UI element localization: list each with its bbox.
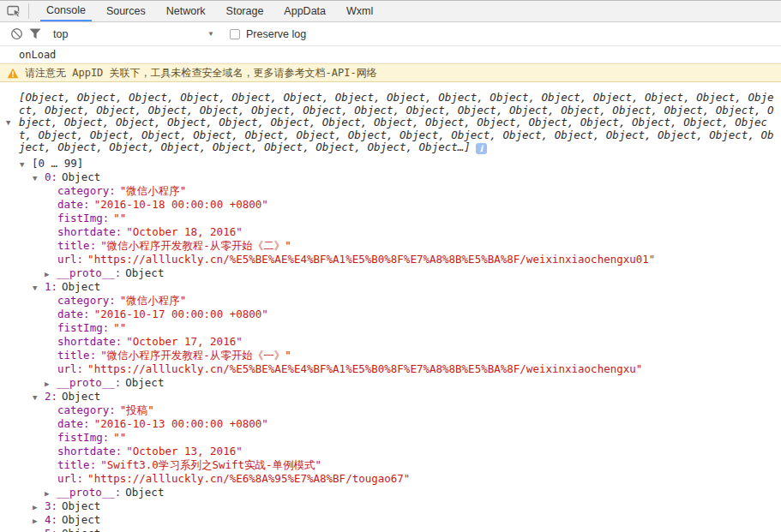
collapse-arrow-icon[interactable]: ▼ xyxy=(33,391,45,404)
proto-row[interactable]: ▶__proto__:Object xyxy=(0,376,781,390)
console-warning-row: 请注意无 AppID 关联下，工具未检查安全域名，更多请参考文档-API-网络 xyxy=(0,63,781,82)
proto-row[interactable]: ▶__proto__:Object xyxy=(0,486,781,499)
property-key: date: xyxy=(57,308,90,320)
tab-appdata[interactable]: AppData xyxy=(278,1,332,21)
property-row: date:"2016-10-17 00:00:00 +0800" xyxy=(0,308,781,321)
property-value: "October 17, 2016" xyxy=(126,335,242,348)
property-key: date: xyxy=(57,198,90,211)
proto-type: Object xyxy=(125,266,164,279)
proto-key: __proto__: xyxy=(57,486,121,499)
item-type: Object xyxy=(62,513,100,526)
proto-row[interactable]: ▶__proto__:Object xyxy=(0,266,781,280)
property-row: shortdate:"October 13, 2016" xyxy=(0,445,781,458)
filter-icon[interactable] xyxy=(26,27,45,42)
preserve-log-checkbox[interactable] xyxy=(230,29,240,39)
tab-wxml[interactable]: Wxml xyxy=(340,1,379,21)
collapse-arrow-icon[interactable]: ▼ xyxy=(33,171,45,185)
info-icon: i xyxy=(476,143,487,154)
property-row: shortdate:"October 18, 2016" xyxy=(0,225,781,239)
clear-console-icon[interactable] xyxy=(7,27,26,42)
property-row: shortdate:"October 17, 2016" xyxy=(0,335,781,349)
property-key: category: xyxy=(57,403,116,416)
property-row: title:"Swift3.0学习系列之Swift实战-单例模式" xyxy=(0,458,781,472)
expand-arrow-icon[interactable]: ▼ xyxy=(6,117,10,129)
item-index: 3: xyxy=(45,499,57,512)
expand-arrow-icon[interactable]: ▶ xyxy=(33,528,45,532)
property-key: shortdate: xyxy=(57,445,122,457)
property-value: "October 13, 2016" xyxy=(126,445,242,457)
property-key: fistImg: xyxy=(57,212,109,224)
property-value: "微信小程序" xyxy=(120,184,187,197)
property-row: fistImg:"" xyxy=(0,321,781,335)
proto-key: __proto__: xyxy=(57,376,121,389)
expand-arrow-icon[interactable]: ▶ xyxy=(45,487,57,500)
property-row: category:"微信小程序" xyxy=(0,294,781,308)
property-value: "https://allluckly.cn/%E5%BE%AE%E4%BF%A1… xyxy=(87,253,655,266)
proto-type: Object xyxy=(125,376,164,389)
item-type: Object xyxy=(62,280,100,293)
array-item-header[interactable]: ▶4:Object xyxy=(0,513,781,527)
warning-icon xyxy=(7,68,19,79)
expand-arrow-icon[interactable]: ▶ xyxy=(45,267,57,281)
property-row: url:"https://allluckly.cn/%E5%BE%AE%E4%B… xyxy=(0,362,781,376)
property-key: shortdate: xyxy=(57,335,122,348)
property-row: title:"微信小程序开发教程-从零开始《二》" xyxy=(0,239,781,253)
property-key: title: xyxy=(57,458,96,471)
item-index: 4: xyxy=(45,513,57,526)
property-key: fistImg: xyxy=(57,321,109,334)
item-type: Object xyxy=(62,170,100,183)
tab-list: Console Sources Network Storage AppData … xyxy=(36,1,383,21)
property-value: "" xyxy=(113,321,126,334)
array-preview-text: [Object, Object, Object, Object, Object,… xyxy=(19,91,774,153)
item-index: 5: xyxy=(45,527,57,532)
item-type: Object xyxy=(62,499,100,512)
property-key: category: xyxy=(57,184,116,197)
property-row: fistImg:"" xyxy=(0,212,781,225)
property-row: fistImg:"" xyxy=(0,431,781,445)
array-item-header[interactable]: ▶5:Object xyxy=(0,527,781,532)
item-index: 1: xyxy=(45,280,57,293)
array-item-header[interactable]: ▶3:Object xyxy=(0,499,781,513)
array-item-header[interactable]: ▼2:Object xyxy=(0,390,781,403)
expand-arrow-icon[interactable]: ▶ xyxy=(33,514,45,528)
property-key: date: xyxy=(57,417,90,430)
collapse-arrow-icon[interactable]: ▼ xyxy=(33,281,45,295)
property-value: "https://allluckly.cn/%E6%8A%95%E7%A8%BF… xyxy=(87,472,410,485)
console-toolbar: top ▼ Preserve log xyxy=(0,22,781,46)
property-value: "" xyxy=(113,212,126,224)
property-row: url:"https://allluckly.cn/%E6%8A%95%E7%A… xyxy=(0,472,781,486)
object-tree: ▼[0 … 99] ▼0:Object category:"微信小程序" dat… xyxy=(0,157,781,532)
execution-context-selector[interactable]: top ▼ xyxy=(53,28,214,40)
array-item-header[interactable]: ▼1:Object xyxy=(0,280,781,294)
property-value: "微信小程序开发教程-从零开始《二》" xyxy=(100,239,291,252)
property-row: date:"2016-10-18 00:00:00 +0800" xyxy=(0,198,781,212)
property-value: "October 18, 2016" xyxy=(126,225,242,238)
property-row: title:"微信小程序开发教程-从零开始《一》" xyxy=(0,349,781,362)
property-key: title: xyxy=(57,349,96,362)
array-item-header[interactable]: ▼0:Object xyxy=(0,170,781,184)
preserve-log-label[interactable]: Preserve log xyxy=(246,28,306,40)
array-range-label: [0 … 99] xyxy=(32,157,83,170)
array-preview: ▼ [Object, Object, Object, Object, Objec… xyxy=(0,92,781,154)
property-value: "2016-10-18 00:00:00 +0800" xyxy=(94,198,268,211)
property-key: url: xyxy=(57,253,83,266)
expand-arrow-icon[interactable]: ▶ xyxy=(33,500,45,514)
inspect-element-icon[interactable] xyxy=(7,4,21,18)
property-value: "微信小程序" xyxy=(120,294,187,307)
tab-storage[interactable]: Storage xyxy=(220,1,270,21)
property-value: "https://allluckly.cn/%E5%BE%AE%E4%BF%A1… xyxy=(87,362,642,375)
array-range-row[interactable]: ▼[0 … 99] xyxy=(0,157,781,170)
devtools-tabbar: Console Sources Network Storage AppData … xyxy=(0,0,781,22)
chevron-down-icon: ▼ xyxy=(207,30,214,38)
tab-console[interactable]: Console xyxy=(40,1,92,21)
proto-type: Object xyxy=(125,486,164,499)
expand-arrow-icon[interactable]: ▶ xyxy=(45,377,57,391)
property-row: category:"微信小程序" xyxy=(0,184,781,198)
property-row: date:"2016-10-13 00:00:00 +0800" xyxy=(0,417,781,431)
tab-sources[interactable]: Sources xyxy=(100,1,152,21)
collapse-arrow-icon[interactable]: ▼ xyxy=(20,158,32,171)
tab-network[interactable]: Network xyxy=(160,1,212,21)
property-key: fistImg: xyxy=(57,431,109,444)
property-value: "" xyxy=(113,431,126,444)
item-type: Object xyxy=(62,527,100,532)
